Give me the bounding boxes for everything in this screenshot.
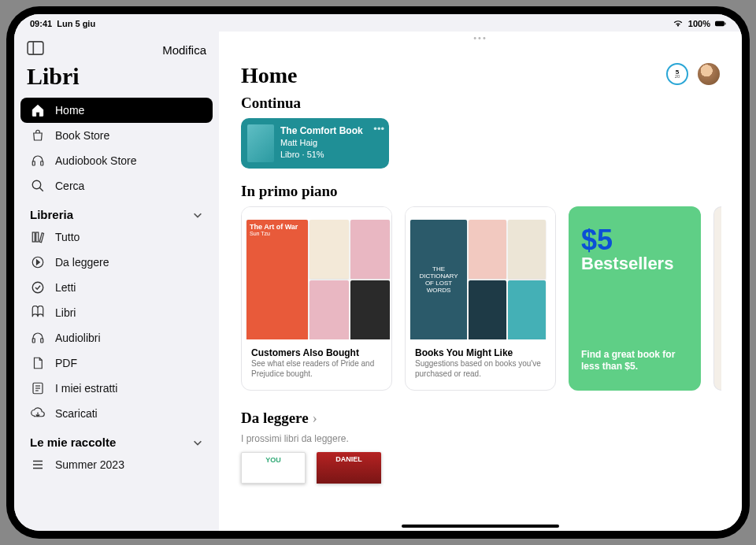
promo-label: Bestsellers [581,254,688,274]
sidebar-label: Scaricati [55,407,98,420]
toread-section-title[interactable]: Da leggere › [219,405,742,433]
sidebar-label: Cerca [55,180,84,192]
sidebar-label: Audiolibri [55,332,101,344]
promo-art: THE DICTIONARY OF LOST WORDS [406,207,555,339]
svg-point-6 [32,180,41,189]
promo-card-bestsellers[interactable]: $5 Bestsellers Find a great book for les… [569,206,701,391]
section-label: Le mie raccolte [30,436,116,449]
svg-rect-1 [724,22,725,24]
sidebar-item-all[interactable]: Tutto [20,224,213,250]
svg-rect-13 [41,339,43,343]
app-title: Libri [14,63,219,98]
chevron-down-icon [192,209,203,221]
home-indicator[interactable] [402,525,559,528]
promo-title: Books You Might Like [415,347,546,358]
sidebar-item-books[interactable]: Libri [20,300,213,325]
promo-card-customers-bought[interactable]: The Art of WarSun Tzu Customers [241,206,392,391]
account-avatar[interactable] [698,63,720,85]
continue-book-progress: Libro · 51% [280,149,383,161]
sidebar: Modifica Libri Home Book Store Audiobook… [14,32,219,531]
page-title: Home [241,63,298,88]
sidebar-label: Book Store [55,129,109,142]
headphones-icon [30,331,46,345]
svg-rect-5 [41,161,43,165]
sidebar-label: Summer 2023 [55,458,124,471]
bookshelf-icon [30,230,46,244]
toread-book[interactable]: YOU [241,452,306,484]
sidebar-label: Da leggere [55,256,109,269]
multitask-handle-icon[interactable]: ••• [473,33,487,43]
promo-title: Customers Also Bought [251,347,382,358]
svg-rect-12 [32,339,35,343]
sidebar-label: Letti [55,281,76,294]
toread-section-subtitle: I prossimi libri da leggere. [219,433,742,449]
svg-point-11 [32,282,43,293]
sidebar-label: Tutto [55,231,80,243]
sidebar-item-collection[interactable]: Summer 2023 [20,452,213,477]
sidebar-item-wanttoread[interactable]: Da leggere [20,250,213,275]
check-icon [30,280,46,295]
sidebar-item-finished[interactable]: Letti [20,275,213,300]
continue-section-title: Continua [219,90,742,118]
more-icon[interactable]: ••• [373,123,384,135]
promo-card-next-peek[interactable] [713,206,721,391]
next-icon [30,255,46,269]
sidebar-item-pdf[interactable]: PDF [20,350,213,376]
list-icon [30,458,46,472]
reading-goal-badge[interactable]: 5 20 [666,63,688,85]
home-icon [30,103,46,117]
sidebar-label: Libri [55,306,76,319]
promo-art: The Art of WarSun Tzu [242,207,391,339]
book-cover-thumb [247,124,274,162]
sidebar-label: Audiobook Store [55,154,137,167]
svg-rect-0 [715,21,724,26]
sidebar-label: Home [55,104,84,117]
promo-desc: Suggestions based on books you've purcha… [415,358,546,379]
search-icon [30,179,46,193]
headphones-icon [30,154,46,168]
sidebar-item-search[interactable]: Cerca [20,173,213,198]
main-content: ••• Home 5 20 Continua The Com [219,32,742,531]
continue-reading-card[interactable]: The Comfort Book Matt Haig Libro · 51% •… [241,118,389,169]
status-time: 09:41 Lun 5 giu [30,19,95,28]
sidebar-toggle-icon[interactable] [27,41,44,58]
lines-icon [30,381,46,395]
featured-carousel[interactable]: The Art of WarSun Tzu Customers [219,206,742,405]
document-icon [30,356,46,370]
svg-rect-4 [32,161,35,165]
featured-section-title: In primo piano [219,169,742,206]
svg-line-7 [39,187,43,191]
continue-book-title: The Comfort Book [280,124,383,137]
promo-desc: See what else readers of Pride and Preju… [251,358,382,379]
book-icon [30,306,46,320]
section-label: Libreria [30,208,73,221]
sidebar-label: I miei estratti [55,382,117,395]
svg-rect-2 [28,42,43,54]
svg-rect-8 [32,232,35,242]
continue-book-author: Matt Haig [280,137,383,149]
cloud-download-icon [30,406,46,421]
sidebar-item-audiobooks[interactable]: Audiolibri [20,325,213,350]
sidebar-item-samples[interactable]: I miei estratti [20,376,213,401]
sidebar-item-downloaded[interactable]: Scaricati [20,401,213,426]
promo-card-you-might-like[interactable]: THE DICTIONARY OF LOST WORDS Boo [405,206,556,391]
collections-section-toggle[interactable]: Le mie raccolte [14,426,219,452]
battery-percent: 100% [688,19,710,28]
toread-book[interactable]: DANIEL [317,452,381,484]
status-bar: 09:41 Lun 5 giu 100% [14,14,742,32]
battery-icon [715,20,726,28]
toread-carousel[interactable]: YOU DANIEL [219,449,742,484]
promo-price: $5 [581,224,688,257]
svg-rect-9 [36,232,39,242]
edit-button[interactable]: Modifica [162,43,206,57]
library-section-toggle[interactable]: Libreria [14,198,219,224]
sidebar-label: PDF [55,357,77,369]
bag-icon [30,128,46,143]
sidebar-item-home[interactable]: Home [20,98,213,123]
sidebar-item-audiobookstore[interactable]: Audiobook Store [20,148,213,173]
promo-tagline: Find a great book for less than $5. [581,349,688,373]
chevron-down-icon [192,437,203,448]
sidebar-item-bookstore[interactable]: Book Store [20,123,213,148]
wifi-icon [673,20,684,28]
